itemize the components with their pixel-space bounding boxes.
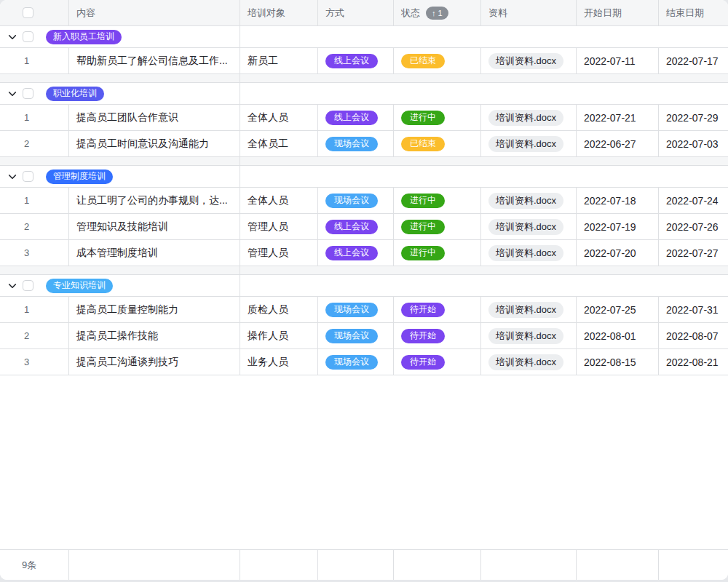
row-number-cell: 2 (0, 131, 69, 156)
file-cell[interactable]: 培训资料.docx (481, 188, 577, 213)
end-date-cell[interactable]: 2022-08-07 (659, 323, 728, 348)
start-date-cell[interactable]: 2022-07-20 (577, 240, 659, 266)
start-date-cell[interactable]: 2022-07-21 (577, 105, 659, 130)
column-header-method[interactable]: 方式 (318, 0, 394, 25)
column-header-status[interactable]: 状态 ↑ 1 (394, 0, 481, 25)
file-cell[interactable]: 培训资料.docx (481, 131, 577, 156)
group-spacer (0, 266, 728, 275)
start-date-cell[interactable]: 2022-08-01 (577, 323, 659, 348)
target-cell[interactable]: 新员工 (240, 48, 318, 73)
status-cell[interactable]: 进行中 (394, 214, 481, 239)
group-header-cell[interactable]: 职业化培训 (0, 83, 240, 104)
start-date-cell[interactable]: 2022-07-11 (577, 48, 659, 73)
method-cell[interactable]: 线上会议 (318, 214, 394, 239)
file-chip[interactable]: 培训资料.docx (488, 193, 563, 209)
end-date-cell[interactable]: 2022-07-31 (659, 297, 728, 322)
target-cell[interactable]: 全体人员 (240, 188, 318, 213)
file-chip[interactable]: 培训资料.docx (488, 328, 563, 344)
end-date-cell[interactable]: 2022-08-21 (659, 349, 728, 375)
file-chip[interactable]: 培训资料.docx (488, 53, 563, 69)
group-checkbox[interactable] (23, 31, 33, 42)
method-cell[interactable]: 线上会议 (318, 48, 394, 73)
method-cell[interactable]: 线上会议 (318, 105, 394, 130)
file-chip[interactable]: 培训资料.docx (488, 110, 563, 126)
status-cell[interactable]: 进行中 (394, 240, 481, 266)
sort-badge[interactable]: ↑ 1 (426, 7, 448, 20)
file-chip[interactable]: 培训资料.docx (488, 245, 563, 261)
file-cell[interactable]: 培训资料.docx (481, 323, 577, 348)
content-cell[interactable]: 提高员工时间意识及沟通能力 (69, 131, 240, 156)
group-header-cell[interactable]: 新入职员工培训 (0, 26, 240, 47)
end-date-cell[interactable]: 2022-07-17 (659, 48, 728, 73)
target-cell[interactable]: 管理人员 (240, 240, 318, 266)
status-cell[interactable]: 待开始 (394, 349, 481, 375)
method-cell[interactable]: 现场会议 (318, 131, 394, 156)
content-cell[interactable]: 成本管理制度培训 (69, 240, 240, 266)
status-cell[interactable]: 待开始 (394, 297, 481, 322)
target-cell[interactable]: 全体人员 (240, 105, 318, 130)
group-checkbox[interactable] (23, 88, 33, 99)
end-date-cell[interactable]: 2022-07-29 (659, 105, 728, 130)
target-cell[interactable]: 全体员工 (240, 131, 318, 156)
status-cell[interactable]: 进行中 (394, 105, 481, 130)
file-cell[interactable]: 培训资料.docx (481, 240, 577, 266)
group-header-cell[interactable]: 管理制度培训 (0, 166, 240, 187)
file-cell[interactable]: 培训资料.docx (481, 297, 577, 322)
status-cell[interactable]: 进行中 (394, 188, 481, 213)
content-cell[interactable]: 提高员工团队合作意识 (69, 105, 240, 130)
row-number-cell: 1 (0, 48, 69, 73)
group-checkbox[interactable] (23, 280, 33, 291)
end-date-cell[interactable]: 2022-07-26 (659, 214, 728, 239)
chevron-down-icon[interactable] (7, 172, 17, 182)
status-pill: 待开始 (401, 329, 445, 343)
column-header-end-date[interactable]: 结束日期 (659, 0, 728, 25)
content-cell[interactable]: 管理知识及技能培训 (69, 214, 240, 239)
file-cell[interactable]: 培训资料.docx (481, 214, 577, 239)
status-cell[interactable]: 已结束 (394, 48, 481, 73)
method-cell[interactable]: 线上会议 (318, 240, 394, 266)
start-date-cell[interactable]: 2022-07-25 (577, 297, 659, 322)
status-cell[interactable]: 待开始 (394, 323, 481, 348)
content-cell[interactable]: 提高员工质量控制能力 (69, 297, 240, 322)
method-cell[interactable]: 现场会议 (318, 297, 394, 322)
target-cell[interactable]: 质检人员 (240, 297, 318, 322)
column-header-content[interactable]: 内容 (69, 0, 240, 25)
method-cell[interactable]: 现场会议 (318, 323, 394, 348)
file-cell[interactable]: 培训资料.docx (481, 48, 577, 73)
content-cell[interactable]: 帮助新员工了解公司信息及工作... (69, 48, 240, 73)
chevron-down-icon[interactable] (7, 32, 17, 42)
file-cell[interactable]: 培训资料.docx (481, 349, 577, 375)
group-checkbox[interactable] (23, 171, 33, 182)
end-date-cell[interactable]: 2022-07-24 (659, 188, 728, 213)
select-all-checkbox[interactable] (23, 7, 33, 18)
file-cell[interactable]: 培训资料.docx (481, 105, 577, 130)
content-cell[interactable]: 提高员工沟通谈判技巧 (69, 349, 240, 375)
end-date-cell[interactable]: 2022-07-03 (659, 131, 728, 156)
file-chip[interactable]: 培训资料.docx (488, 136, 563, 152)
column-header-start-date[interactable]: 开始日期 (577, 0, 659, 25)
file-chip[interactable]: 培训资料.docx (488, 302, 563, 318)
group-header-cell[interactable]: 专业知识培训 (0, 275, 240, 296)
end-date-cell[interactable]: 2022-07-27 (659, 240, 728, 266)
content-cell[interactable]: 让员工明了公司的办事规则，达... (69, 188, 240, 213)
start-date-cell[interactable]: 2022-06-27 (577, 131, 659, 156)
group-header-row: 职业化培训 (0, 83, 728, 105)
method-cell[interactable]: 现场会议 (318, 349, 394, 375)
start-date-cell[interactable]: 2022-08-15 (577, 349, 659, 375)
method-cell[interactable]: 现场会议 (318, 188, 394, 213)
chevron-down-icon[interactable] (7, 281, 17, 291)
chevron-down-icon[interactable] (7, 89, 17, 99)
status-cell[interactable]: 已结束 (394, 131, 481, 156)
column-header-file[interactable]: 资料 (481, 0, 577, 25)
content-cell[interactable]: 提高员工操作技能 (69, 323, 240, 348)
file-chip[interactable]: 培训资料.docx (488, 354, 563, 370)
group-name-badge: 专业知识培训 (46, 279, 113, 293)
column-header-target[interactable]: 培训对象 (240, 0, 318, 25)
target-cell[interactable]: 管理人员 (240, 214, 318, 239)
start-date-cell[interactable]: 2022-07-19 (577, 214, 659, 239)
target-cell[interactable]: 操作人员 (240, 323, 318, 348)
target-cell[interactable]: 业务人员 (240, 349, 318, 375)
start-date-cell[interactable]: 2022-07-18 (577, 188, 659, 213)
grid-table-card: 内容 培训对象 方式 状态 ↑ 1 资料 开始日期 结束日期 新入职员工培训1帮… (0, 0, 728, 580)
file-chip[interactable]: 培训资料.docx (488, 219, 563, 235)
